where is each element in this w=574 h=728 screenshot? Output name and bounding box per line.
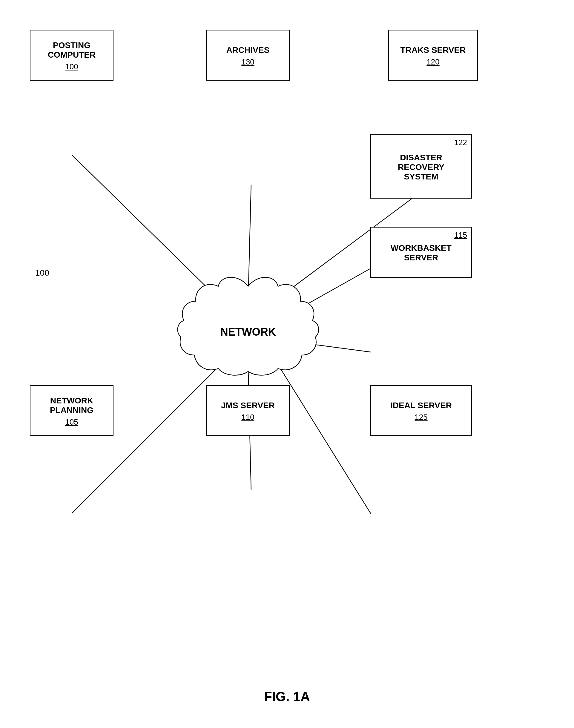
workbasket-server-box: 115 WORKBASKETSERVER xyxy=(370,227,472,278)
ideal-server-label: IDEAL SERVER xyxy=(390,401,452,410)
traks-server-label: TRAKS SERVER xyxy=(401,45,466,55)
traks-server-ref: 120 xyxy=(426,57,439,67)
disaster-recovery-ref: 122 xyxy=(454,138,467,147)
network-planning-box: NETWORKPLANNING 105 xyxy=(30,385,114,436)
jms-server-ref: 110 xyxy=(241,413,254,422)
figure-caption: FIG. 1A xyxy=(264,689,310,704)
svg-line-4 xyxy=(281,340,371,352)
archives-box: ARCHIVES 130 xyxy=(206,30,290,81)
svg-line-3 xyxy=(275,268,371,322)
network-label: NETWORK xyxy=(220,326,276,338)
jms-server-label: JMS SERVER xyxy=(221,401,275,410)
network-planning-label: NETWORKPLANNING xyxy=(50,396,93,415)
jms-server-box: JMS SERVER 110 xyxy=(206,385,290,436)
traks-server-box: TRAKS SERVER 120 xyxy=(388,30,478,81)
archives-ref: 130 xyxy=(241,57,254,67)
ideal-server-box: IDEAL SERVER 125 xyxy=(370,385,472,436)
ideal-server-ref: 125 xyxy=(414,413,427,422)
svg-line-0 xyxy=(72,155,230,310)
archives-label: ARCHIVES xyxy=(227,45,270,55)
svg-line-1 xyxy=(248,184,251,301)
disaster-recovery-label: DISASTERRECOVERYSYSTEM xyxy=(398,153,444,181)
diagram-container: NETWORK POSTING COMPUTER 100 ARCHIVES 13… xyxy=(12,12,562,680)
posting-computer-box: POSTING COMPUTER 100 xyxy=(30,30,114,81)
workbasket-server-ref: 115 xyxy=(454,230,467,240)
network-cloud xyxy=(178,277,319,375)
posting-computer-ref: 100 xyxy=(65,62,78,71)
network-area-ref: 100 xyxy=(35,268,49,278)
disaster-recovery-box: 122 DISASTERRECOVERYSYSTEM xyxy=(370,134,472,199)
workbasket-server-label: WORKBASKETSERVER xyxy=(391,243,452,262)
posting-computer-label: POSTING COMPUTER xyxy=(34,41,109,60)
network-planning-ref: 105 xyxy=(65,418,78,427)
